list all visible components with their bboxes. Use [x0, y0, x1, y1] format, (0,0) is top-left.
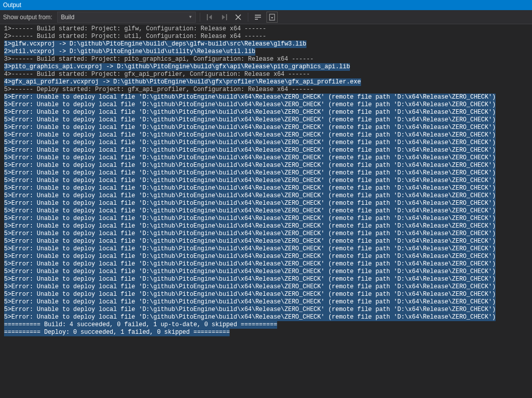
toggle-auto-scroll-button[interactable] — [267, 12, 278, 23]
output-line[interactable]: 5>Error: Unable to deploy local file 'D:… — [4, 314, 496, 321]
output-line[interactable]: 4>------ Build started: Project: gfx_api… — [4, 71, 528, 78]
output-line[interactable]: 3>------ Build started: Project: pito_gr… — [4, 56, 528, 63]
output-line[interactable]: ========== Deploy: 0 succeeded, 1 failed… — [4, 329, 230, 336]
output-line[interactable]: 5>Error: Unable to deploy local file 'D:… — [4, 147, 496, 154]
arrow-left-indent-icon — [206, 13, 214, 21]
output-line[interactable]: 5>Error: Unable to deploy local file 'D:… — [4, 131, 496, 139]
output-line[interactable]: 2>util.vcxproj -> D:\github\PitoEngine\b… — [4, 48, 255, 56]
output-line[interactable]: 5>Error: Unable to deploy local file 'D:… — [4, 207, 496, 215]
output-line[interactable]: 5>Error: Unable to deploy local file 'D:… — [4, 94, 496, 101]
output-line[interactable]: 5>Error: Unable to deploy local file 'D:… — [4, 230, 496, 238]
output-line[interactable]: 5>Error: Unable to deploy local file 'D:… — [4, 192, 496, 200]
output-line[interactable]: 5>Error: Unable to deploy local file 'D:… — [4, 200, 496, 207]
clear-icon — [234, 13, 242, 21]
output-line[interactable]: 5>------ Deploy started: Project: gfx_ap… — [4, 86, 528, 94]
output-line[interactable]: 5>Error: Unable to deploy local file 'D:… — [4, 169, 496, 177]
chevron-down-icon: ▼ — [188, 15, 192, 19]
output-line[interactable]: 5>Error: Unable to deploy local file 'D:… — [4, 238, 496, 245]
output-line[interactable]: 5>Error: Unable to deploy local file 'D:… — [4, 101, 496, 109]
output-line[interactable]: 5>Error: Unable to deploy local file 'D:… — [4, 215, 496, 223]
output-line[interactable]: 5>Error: Unable to deploy local file 'D:… — [4, 276, 496, 283]
output-line[interactable]: 1>------ Build started: Project: glfw, C… — [4, 25, 528, 33]
output-line[interactable]: 5>Error: Unable to deploy local file 'D:… — [4, 177, 496, 185]
output-line[interactable]: 5>Error: Unable to deploy local file 'D:… — [4, 124, 496, 131]
output-line[interactable]: 2>------ Build started: Project: util, C… — [4, 33, 528, 40]
output-line[interactable]: 5>Error: Unable to deploy local file 'D:… — [4, 139, 496, 147]
output-toolbar: Show output from: Build ▼ — [0, 10, 532, 24]
output-line[interactable]: 5>Error: Unable to deploy local file 'D:… — [4, 223, 496, 230]
output-line[interactable]: 1>glfw.vcxproj -> D:\github\PitoEngine\b… — [4, 40, 306, 48]
output-line[interactable]: 5>Error: Unable to deploy local file 'D:… — [4, 306, 496, 314]
next-message-button[interactable] — [218, 12, 230, 23]
toolbar-separator — [248, 13, 248, 22]
output-line[interactable]: 5>Error: Unable to deploy local file 'D:… — [4, 109, 496, 116]
output-line[interactable]: 5>Error: Unable to deploy local file 'D:… — [4, 245, 496, 253]
output-line[interactable]: 5>Error: Unable to deploy local file 'D:… — [4, 268, 496, 276]
output-source-value: Build — [61, 14, 74, 21]
output-line[interactable]: ========== Build: 4 succeeded, 0 failed,… — [4, 321, 277, 329]
output-line[interactable]: 5>Error: Unable to deploy local file 'D:… — [4, 154, 496, 162]
clear-all-button[interactable] — [233, 12, 244, 23]
output-line[interactable]: 5>Error: Unable to deploy local file 'D:… — [4, 298, 496, 306]
arrow-right-indent-icon — [220, 13, 228, 21]
output-line[interactable]: 3>pito_graphics_api.vcxproj -> D:\github… — [4, 63, 350, 71]
panel-title: Output — [3, 2, 21, 9]
output-line[interactable]: 5>Error: Unable to deploy local file 'D:… — [4, 162, 496, 169]
show-output-from-label: Show output from: — [3, 14, 52, 21]
output-line[interactable]: 5>Error: Unable to deploy local file 'D:… — [4, 283, 496, 291]
output-line[interactable]: 5>Error: Unable to deploy local file 'D:… — [4, 260, 496, 268]
prev-message-button[interactable] — [204, 12, 215, 23]
output-line[interactable]: 5>Error: Unable to deploy local file 'D:… — [4, 253, 496, 260]
output-line[interactable]: 5>Error: Unable to deploy local file 'D:… — [4, 116, 496, 124]
output-line[interactable]: 5>Error: Unable to deploy local file 'D:… — [4, 185, 496, 192]
toolbar-separator — [200, 13, 200, 22]
toggle-word-wrap-button[interactable] — [252, 12, 263, 23]
panel-title-bar[interactable]: Output — [0, 0, 532, 10]
output-line[interactable]: 5>Error: Unable to deploy local file 'D:… — [4, 291, 496, 298]
output-text-area[interactable]: 1>------ Build started: Project: glfw, C… — [0, 24, 532, 398]
output-source-dropdown[interactable]: Build ▼ — [57, 12, 196, 23]
output-line[interactable]: 4>gfx_api_profiler.vcxproj -> D:\github\… — [4, 78, 361, 86]
auto-scroll-icon — [268, 13, 276, 21]
word-wrap-icon — [254, 13, 262, 21]
